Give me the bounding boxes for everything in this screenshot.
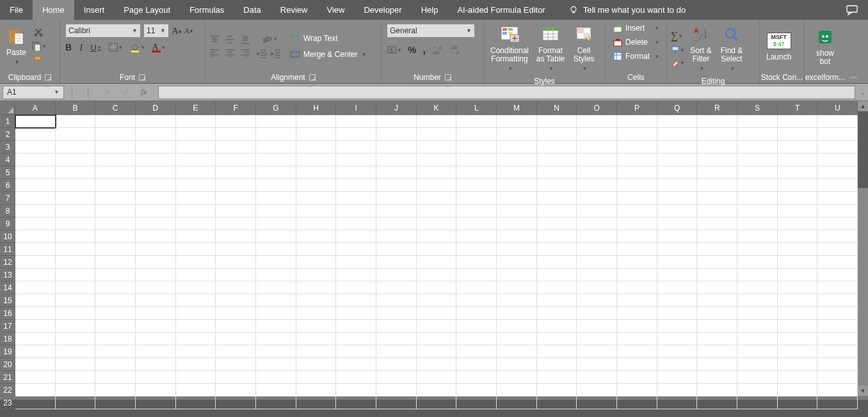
cell[interactable] [577,230,617,243]
cell[interactable] [296,217,337,230]
cell[interactable] [737,333,778,345]
cell[interactable] [296,333,337,345]
cell[interactable] [417,179,457,192]
row-header[interactable]: 22 [0,384,15,397]
cell[interactable] [256,192,296,205]
cell[interactable] [256,371,296,384]
cell[interactable] [376,243,417,256]
row-header[interactable]: 14 [0,281,15,294]
scroll-up-button[interactable]: ▲ [858,101,868,111]
cell[interactable] [95,192,136,205]
cell[interactable] [817,153,858,166]
cell[interactable] [296,345,337,358]
cell[interactable] [216,230,256,243]
cell[interactable] [737,230,778,243]
cell[interactable] [417,371,457,384]
tell-me[interactable]: Tell me what you want to do [555,0,686,20]
cell[interactable] [256,115,296,128]
cell[interactable] [216,115,256,128]
cell[interactable] [95,128,136,141]
cell[interactable] [176,205,216,217]
cell[interactable] [256,269,296,281]
cell[interactable] [336,256,376,269]
cell[interactable] [15,269,56,281]
dialog-launcher-icon[interactable] [445,74,451,81]
cell[interactable] [497,345,537,358]
cell[interactable] [577,345,617,358]
cell[interactable] [577,115,617,128]
cell[interactable] [497,230,537,243]
dialog-launcher-icon[interactable] [45,74,51,81]
cell[interactable] [617,243,657,256]
cell[interactable] [497,217,537,230]
cell[interactable] [256,243,296,256]
cell[interactable] [256,128,296,141]
cell[interactable] [176,153,216,166]
cell[interactable] [617,179,657,192]
align-center-button[interactable] [225,49,235,57]
cell[interactable] [737,243,778,256]
column-header[interactable]: G [256,101,296,115]
cell[interactable] [15,128,56,141]
cell[interactable] [95,230,136,243]
cell[interactable] [617,192,657,205]
cell[interactable] [778,128,818,141]
cell[interactable] [577,141,617,153]
cell[interactable] [376,179,417,192]
column-header[interactable]: F [216,101,256,115]
cell[interactable] [256,153,296,166]
italic-button[interactable]: I [79,42,83,53]
cell[interactable] [296,243,337,256]
scroll-down-button[interactable]: ▼ [858,386,868,396]
cell[interactable] [537,320,577,333]
cell[interactable] [737,192,778,205]
cell[interactable] [778,281,818,294]
cell[interactable] [456,269,497,281]
menu-tab-review[interactable]: Review [271,0,317,20]
cell[interactable] [15,166,56,179]
cell[interactable] [657,269,698,281]
cell[interactable] [497,333,537,345]
font-color-button[interactable]: A▾ [152,42,165,53]
cell[interactable] [176,384,216,397]
row-header[interactable]: 16 [0,307,15,320]
increase-indent-button[interactable] [271,49,281,58]
cell[interactable] [778,205,818,217]
cell[interactable] [56,192,96,205]
cell[interactable] [697,243,737,256]
cell[interactable] [336,179,376,192]
row-header[interactable]: 9 [0,217,15,230]
cell[interactable] [456,141,497,153]
cell[interactable] [216,141,256,153]
cell[interactable] [56,294,96,307]
cell[interactable] [95,153,136,166]
cell[interactable] [136,397,176,409]
cell[interactable] [56,345,96,358]
cell[interactable] [817,281,858,294]
cell[interactable] [737,281,778,294]
cell[interactable] [336,217,376,230]
cell[interactable] [256,205,296,217]
expand-formula-bar-button[interactable]: ⌄ [858,89,868,96]
conditional-formatting-button[interactable]: Conditional Formatting▾ [488,22,531,74]
cell[interactable] [537,281,577,294]
cell[interactable] [376,397,417,409]
cell[interactable] [376,128,417,141]
cell[interactable] [336,243,376,256]
cell[interactable] [336,115,376,128]
row-header[interactable]: 11 [0,243,15,256]
row-header[interactable]: 8 [0,205,15,217]
cell[interactable] [617,217,657,230]
cell[interactable] [176,141,216,153]
cell[interactable] [537,371,577,384]
row-header[interactable]: 18 [0,333,15,345]
cell[interactable] [456,217,497,230]
cell[interactable] [296,256,337,269]
cell[interactable] [577,217,617,230]
cell[interactable] [176,179,216,192]
delete-cells-button[interactable]: Delete▾ [611,36,661,48]
shrink-font-button[interactable]: A▾ [184,26,193,36]
cell[interactable] [617,115,657,128]
menu-tab-page-layout[interactable]: Page Layout [114,0,180,20]
align-bottom-button[interactable] [240,35,250,44]
